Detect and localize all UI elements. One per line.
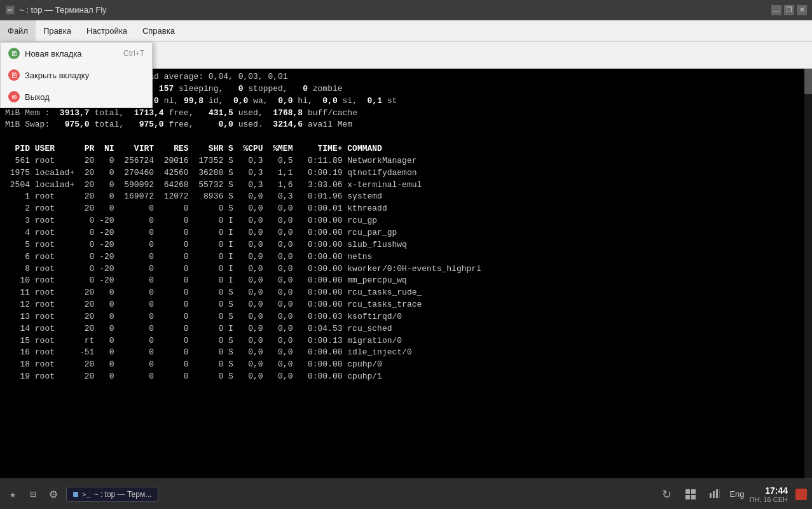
task-indicator bbox=[73, 492, 78, 497]
svg-rect-6 bbox=[691, 495, 696, 499]
reload-icon[interactable]: ↻ bbox=[657, 485, 676, 504]
svg-rect-9 bbox=[716, 489, 718, 498]
table-row: 5 root 0 -20 0 0 0 I 0,0 0,0 0:00.00 slu… bbox=[5, 239, 807, 251]
table-row: 1 root 20 0 169072 12072 8936 S 0,0 0,3 … bbox=[5, 191, 807, 203]
menu-settings[interactable]: Настройка bbox=[79, 20, 135, 41]
menu-file[interactable]: Файл bbox=[0, 20, 36, 41]
close-button[interactable]: ✕ bbox=[797, 5, 807, 15]
table-row: 561 root 20 0 256724 20016 17352 S 0,3 0… bbox=[5, 155, 807, 167]
network-icon[interactable] bbox=[705, 485, 724, 504]
table-row: 15 root rt 0 0 0 0 S 0,0 0,0 0:00.13 mig… bbox=[5, 335, 807, 347]
titlebar: ~ : top — Терминал Fly — ❐ ✕ bbox=[0, 0, 812, 20]
close-tab-label: Закрыть вкладку bbox=[25, 71, 89, 80]
exit-label: Выход bbox=[25, 92, 50, 102]
window-controls: — ❐ ✕ bbox=[771, 5, 807, 15]
table-row: 12 root 20 0 0 0 0 S 0,0 0,0 0:00.00 rcu… bbox=[5, 299, 807, 311]
power-indicator[interactable] bbox=[795, 489, 807, 500]
new-tab-shortcut: Ctrl+T bbox=[123, 49, 144, 58]
clock-time: 17:44 bbox=[750, 485, 788, 496]
close-tab-icon: 🖹 bbox=[8, 69, 20, 81]
svg-rect-8 bbox=[713, 491, 715, 498]
svg-rect-3 bbox=[685, 489, 690, 494]
table-row: 10 root 0 -20 0 0 0 I 0,0 0,0 0:00.00 mm… bbox=[5, 275, 807, 287]
window-title: ~ : top — Терминал Fly bbox=[19, 5, 107, 15]
status-left: ★ ⊟ ⚙ bbox=[5, 487, 61, 502]
close-tab-item[interactable]: 🖹 Закрыть вкладку bbox=[1, 64, 152, 86]
table-row: 11 root 20 0 0 0 0 S 0,0 0,0 0:00.00 rcu… bbox=[5, 287, 807, 299]
taskbar-label: ~ : top — Терм... bbox=[94, 490, 152, 499]
scroll-thumb[interactable] bbox=[804, 69, 812, 94]
titlebar-left: ~ : top — Терминал Fly bbox=[5, 5, 107, 15]
menu-edit[interactable]: Правка bbox=[36, 20, 79, 41]
svg-rect-4 bbox=[691, 489, 696, 494]
taskbar-terminal-button[interactable]: >_ ~ : top — Терм... bbox=[66, 487, 158, 502]
clock-date: ПН, 16 СЕН bbox=[750, 496, 788, 503]
menu-help[interactable]: Справка bbox=[135, 20, 182, 41]
maximize-button[interactable]: ❐ bbox=[784, 5, 794, 15]
table-row: 2 root 20 0 0 0 0 S 0,0 0,0 0:00.01 kthr… bbox=[5, 203, 807, 215]
table-row: 6 root 0 -20 0 0 0 I 0,0 0,0 0:00.00 net… bbox=[5, 251, 807, 263]
star-icon[interactable]: ★ bbox=[5, 487, 20, 502]
table-row: 13 root 20 0 0 0 0 S 0,0 0,0 0:00.03 kso… bbox=[5, 311, 807, 323]
clock: 17:44 ПН, 16 СЕН bbox=[750, 485, 788, 503]
new-tab-icon: 🖹 bbox=[8, 48, 20, 59]
table-header: PID USER PR NI VIRT RES SHR S %CPU %MEM … bbox=[5, 143, 807, 155]
table-row: 2504 localad+ 20 0 590092 64268 55732 S … bbox=[5, 179, 807, 192]
window-icon[interactable]: ⊟ bbox=[25, 487, 41, 502]
exit-item[interactable]: ⊗ Выход bbox=[1, 86, 152, 108]
grid-icon[interactable] bbox=[681, 485, 700, 504]
term-swap-line: MiB Swap: 975,0 total, 975,0 free, 0,0 u… bbox=[5, 119, 807, 131]
table-row: 3 root 0 -20 0 0 0 I 0,0 0,0 0:00.00 rcu… bbox=[5, 215, 807, 227]
table-row: 16 root -51 0 0 0 0 S 0,0 0,0 0:00.00 id… bbox=[5, 347, 807, 359]
svg-rect-1 bbox=[8, 9, 13, 10]
table-row: 8 root 0 -20 0 0 0 I 0,0 0,0 0:00.00 kwo… bbox=[5, 263, 807, 275]
lang-label[interactable]: Eng bbox=[729, 489, 744, 499]
menubar: Файл Правка Настройка Справка bbox=[0, 20, 812, 42]
terminal[interactable]: top - 17:44:03, 2 users, load average: 0… bbox=[0, 69, 812, 478]
statusbar: ★ ⊟ ⚙ >_ ~ : top — Терм... ↻ Eng bbox=[0, 478, 812, 509]
new-tab-item[interactable]: 🖹 Новая вкладка Ctrl+T bbox=[1, 43, 152, 64]
terminal-icon: >_ bbox=[82, 491, 90, 498]
app-icon bbox=[5, 5, 15, 15]
table-row: 19 root 20 0 0 0 0 S 0,0 0,0 0:00.00 cpu… bbox=[5, 371, 807, 383]
svg-rect-5 bbox=[685, 495, 690, 499]
table-row: 14 root 20 0 0 0 0 I 0,0 0,0 0:04.53 rcu… bbox=[5, 323, 807, 335]
table-row: 18 root 20 0 0 0 0 S 0,0 0,0 0:00.00 cpu… bbox=[5, 359, 807, 371]
svg-rect-2 bbox=[8, 10, 11, 11]
table-row: 4 root 0 -20 0 0 0 I 0,0 0,0 0:00.00 rcu… bbox=[5, 227, 807, 239]
scrollbar[interactable] bbox=[804, 69, 812, 478]
minimize-button[interactable]: — bbox=[771, 5, 781, 15]
term-mem-line: MiB Mem : 3913,7 total, 1713,4 free, 431… bbox=[5, 108, 807, 120]
table-row: 1975 localad+ 20 0 270460 42560 36288 S … bbox=[5, 167, 807, 179]
status-right: ↻ Eng 17:44 ПН, 16 СЕН bbox=[657, 485, 807, 504]
svg-rect-7 bbox=[710, 493, 712, 498]
exit-icon: ⊗ bbox=[8, 91, 20, 102]
settings-icon[interactable]: ⚙ bbox=[46, 487, 61, 502]
svg-rect-10 bbox=[719, 489, 720, 498]
new-tab-label: Новая вкладка bbox=[25, 49, 82, 59]
file-dropdown: 🖹 Новая вкладка Ctrl+T 🖹 Закрыть вкладку… bbox=[0, 42, 153, 108]
